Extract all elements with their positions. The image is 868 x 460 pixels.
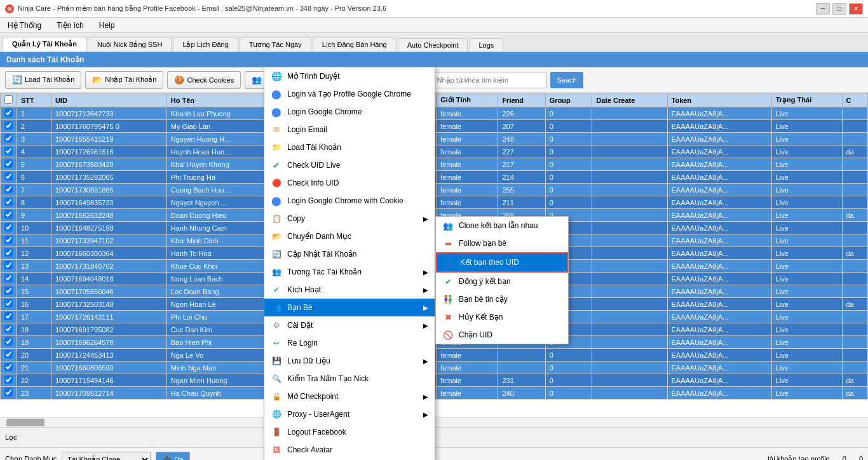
row-checkbox-cell[interactable] [1,145,17,158]
row-checkbox[interactable] [4,121,13,130]
ctx-item-16[interactable]: 💾 Lưu Dữ Liệu ▶ [264,352,435,370]
maximize-btn[interactable]: □ [832,3,846,15]
sub-item-3[interactable]: ✔ Đồng ý kết bạn [436,273,568,290]
add-icon: ➕ [163,455,172,460]
row-checkbox[interactable] [4,185,13,193]
row-checkbox-cell[interactable] [1,273,17,285]
row-checkbox-cell[interactable] [1,298,17,311]
ctx-item-13[interactable]: 👥 Bạn Bè ▶ [264,299,435,316]
check-cookies-btn[interactable]: 🍪 Check Cookies [167,71,241,89]
row-checkbox[interactable] [4,159,13,168]
danhmuc-select[interactable]: Tài Khoản Clone [62,452,151,461]
ctx-item-7[interactable]: ⬤ Login Google Chrome with Cookie [264,192,435,210]
nhap-taikhoan-btn[interactable]: 📂 Nhập Tài Khoản [85,71,163,89]
row-checkbox-cell[interactable] [1,387,17,400]
ctx-item-12[interactable]: ✔ Kích Hoạt ▶ [264,281,435,299]
ctx-item-0[interactable]: 🌐 Mở Trình Duyệt [264,67,435,85]
row-checkbox[interactable] [4,172,13,180]
sub-item-5[interactable]: ✖ Hủy Kết Bạn [436,308,568,326]
row-checkbox[interactable] [4,274,13,282]
add-btn[interactable]: ➕ Da [156,452,190,461]
tab-laplichdang[interactable]: Lập Lịch Đăng [173,37,238,51]
ctx-item-15[interactable]: ↩ Re Login [264,334,435,352]
row-checkbox-cell[interactable] [1,336,17,349]
sub-item-1[interactable]: ➡ Follow bạn bè [436,234,568,252]
ctx-item-10[interactable]: 🔄 Cập Nhật Tài Khoản [264,245,435,263]
row-checkbox-cell[interactable] [1,171,17,184]
ctx-item-19[interactable]: 🌐 Proxy - UserAgent ▶ [264,405,435,423]
search-btn[interactable]: Seach [550,72,583,88]
row-checkbox[interactable] [4,363,13,371]
close-btn[interactable]: ✕ [849,3,863,15]
row-checkbox[interactable] [4,287,13,295]
ctx-item-14[interactable]: ⚙ Cài Đặt ▶ [264,316,435,334]
row-checkbox-cell[interactable] [1,247,17,260]
tab-tuongtacngay[interactable]: Tương Tác Ngay [240,37,311,51]
tab-logs[interactable]: Logs [469,38,503,51]
load-taikhoan-btn[interactable]: 🔄 Load Tài Khoản [5,71,81,89]
row-checkbox-cell[interactable] [1,260,17,273]
row-checkbox[interactable] [4,325,13,333]
row-checkbox[interactable] [4,388,13,396]
row-checkbox[interactable] [4,261,13,269]
search-input[interactable] [432,72,546,88]
row-checkbox[interactable] [4,134,13,142]
ctx-item-17[interactable]: 🔍 Kiểm Tra Nấm Tạo Nick [264,370,435,388]
row-checkbox-cell[interactable] [1,311,17,323]
row-checkbox[interactable] [4,236,13,244]
row-checkbox-cell[interactable] [1,209,17,222]
tab-autocheckpoint[interactable]: Auto Checkpoint [398,38,468,51]
row-checkbox[interactable] [4,147,13,155]
ctx-item-2[interactable]: ⬤ Login Google Chrome [264,103,435,121]
row-checkbox-cell[interactable] [1,158,17,171]
row-checkbox[interactable] [4,350,13,358]
sub-item-2[interactable]: 👤 Kết bạn theo UID [436,252,568,273]
tuongtac-icon: 👥 [272,267,281,276]
cell-uid: 100071713642733 [51,107,166,120]
tab-quanlytaikhoan[interactable]: Quản Lý Tài Khoản [3,37,86,51]
menu-item-help[interactable]: Help [95,20,119,31]
menu-item-hethong[interactable]: Hệ Thống [4,20,45,31]
row-checkbox[interactable] [4,198,13,206]
row-checkbox-cell[interactable] [1,120,17,133]
ctx-item-21[interactable]: 🖼 Check Avatar [264,441,435,459]
row-checkbox-cell[interactable] [1,349,17,362]
row-checkbox-cell[interactable] [1,107,17,120]
sub-item-0[interactable]: 👥 Clone kết bạn lẫn nhau [436,217,568,234]
filter-label: Lọc [5,433,17,442]
row-checkbox[interactable] [4,299,13,308]
row-checkbox-cell[interactable] [1,323,17,336]
ctx-item-1[interactable]: ⬤ Login và Tạo Profile Google Chrome [264,85,435,103]
minimize-btn[interactable]: ─ [816,3,830,15]
ctx-item-4[interactable]: 📁 Load Tài Khoản [264,139,435,156]
ctx-item-18[interactable]: 🔒 Mở Checkpoint ▶ [264,388,435,405]
row-checkbox[interactable] [4,109,13,117]
tab-nuoinick[interactable]: Nuôi Nick Bảng SSH [88,37,172,51]
row-checkbox[interactable] [4,223,13,231]
row-checkbox-cell[interactable] [1,285,17,298]
row-checkbox[interactable] [4,337,13,346]
row-checkbox[interactable] [4,375,13,384]
row-checkbox-cell[interactable] [1,362,17,374]
ctx-item-8[interactable]: 📋 Copy ▶ [264,210,435,227]
row-checkbox-cell[interactable] [1,374,17,387]
row-checkbox[interactable] [4,312,13,320]
ctx-item-5[interactable]: ✔ Check UID Live [264,156,435,174]
row-checkbox-cell[interactable] [1,184,17,196]
ctx-item-20[interactable]: 🚪 Logout Facebook [264,423,435,441]
ctx-item-6[interactable]: 🔴 Check Info UID [264,174,435,192]
row-checkbox-cell[interactable] [1,133,17,145]
ctx-item-11[interactable]: 👥 Tương Tác Tài Khoản ▶ [264,263,435,281]
menu-item-tienich[interactable]: Tiện ích [53,20,88,31]
sub-item-4[interactable]: 👫 Bạn bè tin cậy [436,290,568,308]
sub-item-6[interactable]: 🚫 Chặn UID [436,326,568,344]
tab-lichdangbanhang[interactable]: Lịch Đăng Bán Hàng [313,37,397,51]
ctx-item-3[interactable]: ✉ Login Email [264,121,435,139]
row-checkbox-cell[interactable] [1,196,17,209]
ctx-item-9[interactable]: 📂 Chuyển Danh Mục [264,227,435,245]
row-checkbox-cell[interactable] [1,222,17,234]
select-all-checkbox[interactable] [4,95,13,104]
row-checkbox[interactable] [4,210,13,219]
row-checkbox[interactable] [4,248,13,257]
row-checkbox-cell[interactable] [1,234,17,247]
